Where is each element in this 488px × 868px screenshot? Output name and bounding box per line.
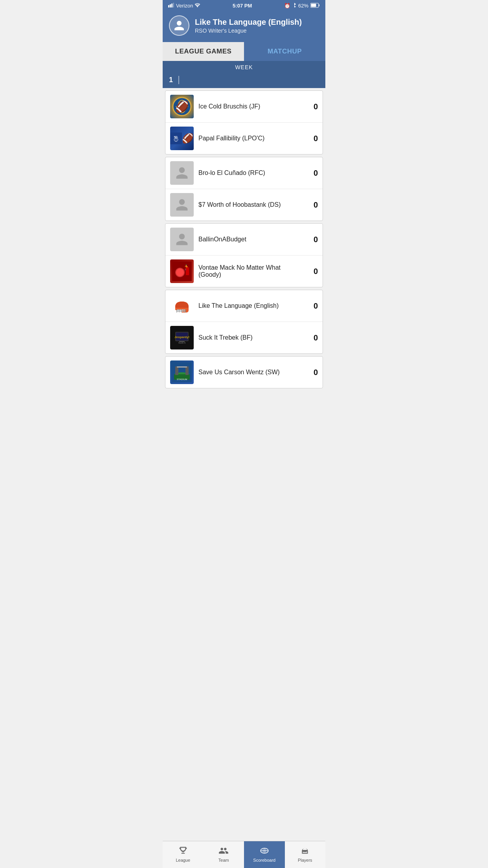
team-row[interactable]: NFL Papal Fallibility (LPO'C) 0 <box>165 123 323 154</box>
team-row[interactable]: $7 Worth of Hoobastank (DS) 0 <box>165 189 323 221</box>
svg-text:COLD: COLD <box>179 107 185 109</box>
team-logo-placeholder <box>170 161 194 185</box>
svg-text:ICE: ICE <box>180 103 184 106</box>
battery-percentage: 62% <box>298 3 308 9</box>
status-left: Verizon <box>168 3 200 9</box>
svg-text:STADIUM: STADIUM <box>177 378 187 381</box>
matchup-card-3[interactable]: BallinOnABudget 0 🏃 Vontae Mack No Matte… <box>165 223 323 287</box>
team-row[interactable]: Bro-lo El Cuñado (RFC) 0 <box>165 157 323 189</box>
matchup-card-partial[interactable]: STADIUM Save Us Carson Wentz (SW) 0 <box>165 356 323 388</box>
team-logo-trebek: Jeopardy! Suck It <box>170 326 194 349</box>
svg-point-4 <box>197 7 198 7</box>
league-subtitle: RSO Writer's League <box>195 28 302 34</box>
status-bar: Verizon 5:07 PM ⏰ 62% <box>163 0 325 11</box>
svg-text:Bruschis: Bruschis <box>179 110 185 112</box>
svg-rect-7 <box>311 4 316 7</box>
svg-rect-22 <box>186 267 189 275</box>
bluetooth-icon <box>292 2 296 9</box>
team-logo-ice-cold: ICE COLD Bruschis <box>170 95 194 118</box>
week-label: WEEK <box>163 61 325 74</box>
team-name: BallinOnABudget <box>198 236 304 243</box>
matchup-card-4[interactable]: Like The Language (English) 0 Jeopardy! … <box>165 290 323 354</box>
wifi-icon <box>194 3 200 9</box>
team-logo-placeholder <box>170 193 194 217</box>
team-name: Bro-lo El Cuñado (RFC) <box>198 169 304 177</box>
team-name: Suck It Trebek (BF) <box>198 334 304 341</box>
svg-point-8 <box>173 97 191 116</box>
svg-rect-36 <box>179 341 185 342</box>
team-score: 0 <box>308 102 318 111</box>
team-logo-placeholder <box>170 228 194 251</box>
team-name: $7 Worth of Hoobastank (DS) <box>198 201 304 208</box>
team-score: 0 <box>308 267 318 276</box>
team-score: 0 <box>308 235 318 244</box>
team-score: 0 <box>308 134 318 143</box>
team-name: Papal Fallibility (LPO'C) <box>198 135 304 142</box>
svg-rect-2 <box>171 4 172 7</box>
svg-text:Jeopardy!: Jeopardy! <box>174 335 189 339</box>
tab-league-games[interactable]: LEAGUE GAMES <box>163 42 244 61</box>
main-tabs: LEAGUE GAMES MATCHUP <box>163 42 325 61</box>
tab-matchup[interactable]: MATCHUP <box>244 42 325 61</box>
svg-rect-39 <box>175 366 178 375</box>
team-avatar <box>169 15 189 36</box>
team-row[interactable]: 🏃 Vontae Mack No Matter What (Goody) 0 <box>165 256 323 287</box>
team-row[interactable]: Jeopardy! Suck It Suck It Trebek (BF) 0 <box>165 322 323 353</box>
svg-rect-1 <box>170 4 171 7</box>
matchup-card-1[interactable]: ICE COLD Bruschis Ice Cold Bruschis (JF)… <box>165 90 323 154</box>
team-row[interactable]: BallinOnABudget 0 <box>165 224 323 256</box>
svg-rect-0 <box>168 5 169 7</box>
svg-rect-3 <box>173 3 174 7</box>
battery-icon <box>310 3 320 9</box>
header-text: Like The Language (English) RSO Writer's… <box>195 18 302 34</box>
league-name: Like The Language (English) <box>195 18 302 27</box>
svg-rect-25 <box>177 311 185 312</box>
svg-rect-41 <box>177 366 187 368</box>
team-name: Like The Language (English) <box>198 302 304 309</box>
main-content: ICE COLD Bruschis Ice Cold Bruschis (JF)… <box>163 88 325 422</box>
svg-rect-6 <box>319 4 319 6</box>
team-row[interactable]: STADIUM Save Us Carson Wentz (SW) 0 <box>165 357 323 388</box>
team-row[interactable]: Like The Language (English) 0 <box>165 290 323 322</box>
team-name: Save Us Carson Wentz (SW) <box>198 369 304 376</box>
matchup-card-2[interactable]: Bro-lo El Cuñado (RFC) 0 $7 Worth of Hoo… <box>165 157 323 221</box>
team-score: 0 <box>308 368 318 377</box>
team-name: Vontae Mack No Matter What (Goody) <box>198 264 304 278</box>
svg-point-20 <box>176 268 184 276</box>
svg-point-9 <box>178 100 186 113</box>
status-time: 5:07 PM <box>233 3 252 9</box>
team-row[interactable]: ICE COLD Bruschis Ice Cold Bruschis (JF)… <box>165 91 323 123</box>
team-logo-helmet <box>170 294 194 318</box>
alarm-icon: ⏰ <box>284 3 290 9</box>
team-score: 0 <box>308 169 318 178</box>
week-selector: 1 <box>163 74 325 88</box>
team-score: 0 <box>308 302 318 311</box>
team-logo-nfl: NFL <box>170 127 194 150</box>
carrier-label: Verizon <box>176 3 193 9</box>
team-logo-stadium: STADIUM <box>170 360 194 384</box>
svg-rect-40 <box>185 366 189 375</box>
team-score: 0 <box>308 200 318 210</box>
matchup-list: ICE COLD Bruschis Ice Cold Bruschis (JF)… <box>163 88 325 391</box>
status-right: ⏰ 62% <box>284 2 320 9</box>
header: Like The Language (English) RSO Writer's… <box>163 11 325 42</box>
svg-rect-24 <box>177 309 185 311</box>
team-score: 0 <box>308 333 318 342</box>
team-logo-football: 🏃 <box>170 259 194 283</box>
team-name: Ice Cold Bruschis (JF) <box>198 103 304 110</box>
signal-icon <box>168 3 174 9</box>
week-number-1[interactable]: 1 <box>169 76 179 84</box>
